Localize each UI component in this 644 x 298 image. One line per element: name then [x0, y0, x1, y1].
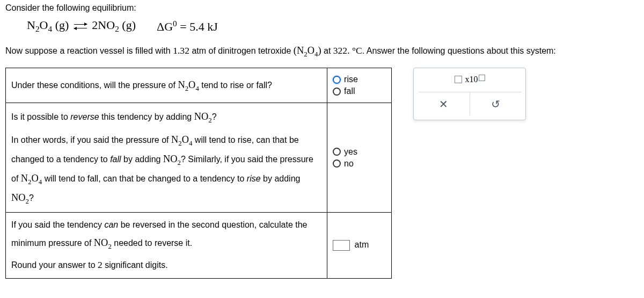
question-row-2: Is it possible to reverse this tendency …: [6, 103, 392, 213]
reset-button[interactable]: ↻: [470, 92, 522, 115]
tool-panel: x10 ✕ ↻: [413, 68, 526, 120]
question-3-hint: Round your answer to 2 significant digit…: [11, 256, 321, 274]
equation-delta-g: ΔG0 = 5.4 kJ: [157, 19, 218, 34]
equation-lhs: N2O4 (g): [27, 18, 69, 34]
question-row-3: If you said the tendency can be reversed…: [6, 213, 392, 279]
radio-yes-label: yes: [344, 147, 357, 157]
question-2-line2: In other words, if you said the pressure…: [11, 130, 321, 208]
exponent-box-icon: [479, 75, 485, 81]
pressure-input[interactable]: [333, 240, 350, 251]
question-3-text: If you said the tendency can be reversed…: [11, 217, 321, 253]
clear-button[interactable]: ✕: [418, 92, 470, 115]
radio-fall-label: fall: [344, 86, 355, 96]
radio-no[interactable]: [333, 159, 341, 168]
setup-text: Now suppose a reaction vessel is filled …: [5, 42, 639, 61]
scientific-notation-checkbox[interactable]: [455, 76, 462, 83]
equation-rhs: 2NO2 (g): [92, 18, 136, 34]
equilibrium-equation: N2O4 (g) 2NO2 (g) ΔG0 = 5.4 kJ: [27, 18, 639, 34]
radio-rise[interactable]: [333, 76, 341, 84]
pressure-unit: atm: [355, 240, 369, 249]
close-icon: ✕: [439, 98, 448, 111]
intro-text: Consider the following equilibrium:: [5, 3, 639, 13]
radio-rise-label: rise: [344, 75, 358, 84]
question-row-1: Under these conditions, will the pressur…: [6, 68, 392, 103]
x10-label: x10: [465, 75, 485, 84]
radio-fall[interactable]: [333, 88, 341, 96]
radio-no-label: no: [344, 159, 354, 169]
question-1-text: Under these conditions, will the pressur…: [6, 68, 327, 103]
undo-icon: ↻: [491, 98, 500, 111]
questions-table: Under these conditions, will the pressur…: [5, 68, 392, 279]
radio-yes[interactable]: [333, 148, 341, 156]
question-2-line1: Is it possible to reverse this tendency …: [11, 107, 321, 127]
equilibrium-arrows-icon: [74, 23, 87, 30]
